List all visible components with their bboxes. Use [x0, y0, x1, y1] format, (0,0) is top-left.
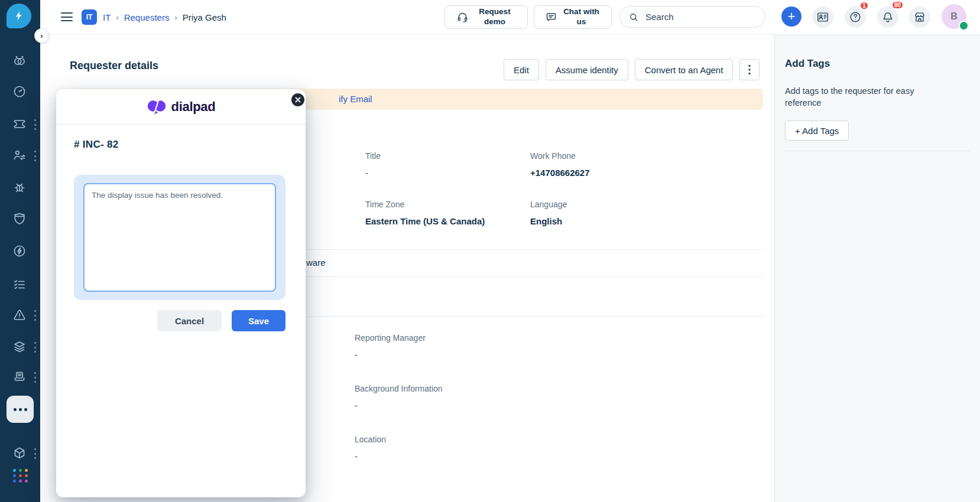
field-value-location: -	[355, 451, 358, 461]
sidebar-item-requesters[interactable]	[12, 148, 27, 162]
sidebar	[0, 0, 40, 502]
chat-bubble-icon	[545, 11, 557, 24]
checklist-icon	[12, 278, 27, 292]
section-tab-fragment[interactable]: ware	[306, 257, 326, 268]
page-title: Requester details	[70, 60, 158, 72]
sidebar-item-bugs[interactable]	[12, 180, 27, 194]
request-demo-button[interactable]: Request demo	[444, 5, 528, 29]
ticket-id: # INC- 82	[74, 139, 118, 151]
marketplace-button[interactable]	[909, 6, 930, 28]
sidebar-item-tickets[interactable]	[12, 117, 27, 131]
bolt-circle-icon	[12, 244, 27, 258]
sidebar-contracts-overflow[interactable]	[33, 372, 37, 383]
help-badge: 1	[859, 1, 869, 10]
chat-with-us-label: Chat with us	[562, 7, 601, 27]
more-actions-button[interactable]	[739, 59, 760, 80]
ticket-icon	[12, 117, 27, 131]
copilot-icon	[12, 54, 27, 68]
sidebar-requesters-overflow[interactable]	[33, 151, 37, 161]
workspace-badge[interactable]: IT	[82, 9, 97, 25]
avatar-initial: B	[950, 11, 958, 22]
sidebar-expand-button[interactable]: ›	[34, 28, 49, 43]
global-search[interactable]	[619, 6, 765, 28]
save-button[interactable]: Save	[232, 310, 285, 331]
request-demo-label: Request demo	[473, 7, 516, 27]
sidebar-assets-overflow[interactable]	[33, 448, 37, 459]
shield-icon	[12, 211, 27, 226]
cancel-button[interactable]: Cancel	[157, 310, 222, 331]
close-icon	[295, 97, 301, 103]
chevron-right-icon: ›	[116, 13, 118, 22]
breadcrumb-requesters[interactable]: Requesters	[124, 12, 170, 22]
sidebar-tickets-overflow[interactable]	[33, 119, 37, 130]
dialpad-brand-label: dialpad	[171, 99, 216, 115]
sidebar-item-copilot[interactable]	[12, 54, 27, 68]
assume-identity-button[interactable]: Assume identity	[546, 59, 628, 80]
bell-icon	[881, 11, 894, 24]
sidebar-item-security[interactable]	[12, 211, 27, 226]
chevron-right-icon: ›	[174, 13, 177, 22]
quick-create-button[interactable]: +	[781, 6, 801, 27]
chat-with-us-button[interactable]: Chat with us	[534, 5, 612, 29]
field-label-reporting-manager: Reporting Manager	[355, 333, 426, 343]
search-input[interactable]	[644, 11, 747, 22]
dialpad-modal: dialpad # INC- 82 The display issue has …	[56, 89, 306, 497]
convert-to-agent-button[interactable]: Convert to an Agent	[635, 59, 734, 80]
breadcrumb-it[interactable]: IT	[103, 12, 111, 22]
add-tags-button[interactable]: + Add Tags	[785, 120, 849, 141]
modal-close-button[interactable]	[291, 93, 304, 106]
user-avatar[interactable]: B	[942, 4, 966, 29]
sidebar-problems-overflow[interactable]	[33, 310, 37, 321]
sidebar-item-sandbox[interactable]	[12, 244, 27, 258]
storefront-icon	[913, 11, 926, 24]
sidebar-item-assets[interactable]	[12, 446, 27, 460]
edit-button[interactable]: Edit	[504, 59, 539, 80]
sidebar-item-contracts[interactable]	[12, 370, 27, 384]
app-switcher-icon[interactable]	[13, 469, 28, 483]
add-tags-title: Add Tags	[785, 58, 830, 70]
menu-toggle-button[interactable]	[61, 12, 73, 21]
sidebar-item-tasks[interactable]	[12, 278, 27, 292]
field-label-work-phone: Work Phone	[530, 151, 576, 161]
field-label-time-zone: Time Zone	[365, 200, 404, 209]
field-value-reporting-manager: -	[355, 350, 358, 360]
cube-icon	[12, 446, 27, 460]
field-value-background-information: -	[355, 400, 358, 410]
bug-icon	[12, 180, 27, 194]
field-label-background-information: Background Information	[355, 384, 443, 393]
page-actions: Edit Assume identity Convert to an Agent	[504, 59, 760, 80]
requesters-icon	[12, 148, 27, 162]
presence-indicator	[959, 21, 969, 31]
sidebar-item-problems[interactable]	[12, 308, 27, 322]
question-circle-icon	[849, 11, 862, 24]
headset-icon	[456, 11, 469, 24]
divider	[785, 151, 970, 151]
document-tray-icon	[12, 370, 27, 384]
sidebar-item-more[interactable]	[7, 396, 34, 423]
notifications-button[interactable]	[877, 6, 898, 28]
verify-email-link[interactable]: ify Email	[339, 94, 372, 104]
freshservice-logo[interactable]	[7, 4, 31, 28]
sidebar-item-changes[interactable]	[12, 340, 27, 354]
app-root: Requester details Edit Assume identity C…	[0, 0, 980, 502]
note-textarea[interactable]: The display issue has been resolved.	[83, 183, 276, 292]
contacts-directory-button[interactable]	[812, 6, 833, 28]
warning-triangle-icon	[12, 308, 27, 322]
modal-header: dialpad	[56, 89, 306, 125]
plus-icon: +	[788, 10, 796, 23]
dialpad-logo-icon	[147, 99, 167, 115]
kebab-icon	[748, 64, 751, 75]
field-value-language: English	[530, 216, 562, 226]
field-label-location: Location	[355, 435, 386, 444]
layers-icon	[12, 340, 27, 354]
add-tags-panel: Add Tags Add tags to the requester for e…	[774, 34, 980, 502]
breadcrumb: IT › Requesters › Priya Gesh	[103, 0, 226, 34]
sidebar-changes-overflow[interactable]	[33, 342, 37, 353]
id-card-icon	[816, 11, 829, 24]
add-tags-description: Add tags to the requester for easy refer…	[785, 85, 933, 109]
sidebar-item-dashboard[interactable]	[12, 84, 27, 99]
field-label-language: Language	[530, 200, 567, 209]
chevron-right-icon: ›	[40, 31, 43, 40]
field-value-time-zone: Eastern Time (US & Canada)	[365, 216, 485, 226]
breadcrumb-current: Priya Gesh	[183, 12, 226, 22]
